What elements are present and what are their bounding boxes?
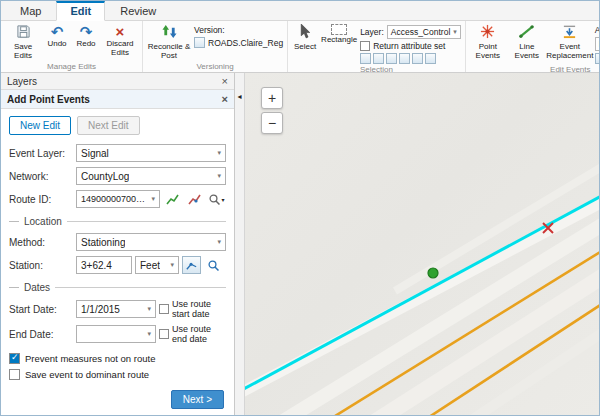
app-window: Map Edit Review Save Edits ↶ Undo ↷ Red xyxy=(0,0,600,416)
redo-button[interactable]: ↷ Redo xyxy=(72,22,100,61)
map-graphic xyxy=(245,73,599,415)
route-id-input[interactable]: 1490000070009M01 ▾ xyxy=(76,190,160,208)
version-value: ROADS.Claire_Reg xyxy=(208,38,283,48)
group-selection: Select Rectangle Layer: Access_Control ▾ xyxy=(288,21,466,72)
select-label: Select xyxy=(294,43,316,52)
chevron-down-icon: ▾ xyxy=(453,28,457,36)
event-layer-dropdown[interactable]: Signal ▾ xyxy=(76,144,226,162)
zoom-to-location-button[interactable] xyxy=(204,256,223,274)
prevent-measures-checkbox[interactable] xyxy=(9,353,20,364)
group-label-versioning: Versioning xyxy=(146,61,284,72)
group-label-manage-edits: Manage Edits xyxy=(4,61,139,72)
station-unit-value: Feet xyxy=(140,260,160,271)
select-route-on-map-button[interactable] xyxy=(185,190,204,208)
save-edits-button[interactable]: Save Edits xyxy=(4,22,42,61)
selection-tool-icon[interactable] xyxy=(386,53,397,64)
chevron-down-icon: ▾ xyxy=(217,149,221,157)
end-date-label: End Date: xyxy=(9,329,73,340)
group-edit-events: Point Events Line Events Event Replaceme… xyxy=(466,21,599,72)
zoom-out-button[interactable]: − xyxy=(261,112,283,134)
ribbon: Save Edits ↶ Undo ↷ Redo × Discard Edits… xyxy=(1,21,599,73)
event-layer-label: Event Layer: xyxy=(9,148,73,159)
event-replacement-button[interactable]: Event Replacement xyxy=(547,22,593,64)
layer-dropdown[interactable]: Access_Control ▾ xyxy=(387,25,461,39)
use-route-end-label: Use route end date xyxy=(172,324,226,344)
discard-edits-label: Discard Edits xyxy=(101,40,139,58)
save-dominant-checkbox[interactable] xyxy=(9,369,20,380)
station-value: 3+62.4 xyxy=(81,260,112,271)
attribute-set-dropdown[interactable]: Default ▾ xyxy=(595,37,599,51)
discard-edits-button[interactable]: × Discard Edits xyxy=(101,22,139,61)
start-date-label: Start Date: xyxy=(9,304,73,315)
selection-tool-icon[interactable] xyxy=(373,53,384,64)
collapse-panel-icon[interactable]: ◂ xyxy=(237,93,241,415)
undo-label: Undo xyxy=(47,40,66,49)
reconcile-post-button[interactable]: Reconcile & Post xyxy=(146,22,192,61)
event-tool-icon[interactable] xyxy=(595,53,599,64)
reconcile-post-label: Reconcile & Post xyxy=(146,43,192,61)
layers-pane-title: Layers xyxy=(7,76,37,87)
route-id-value: 1490000070009M01 xyxy=(81,194,148,204)
ribbon-tab-bar: Map Edit Review xyxy=(1,1,599,21)
panel-collapse-strip: ◂ xyxy=(235,73,245,415)
version-label: Version: xyxy=(194,25,225,35)
location-section-label: Location xyxy=(24,216,62,227)
pick-location-tool-button[interactable] xyxy=(182,256,201,274)
tab-review[interactable]: Review xyxy=(107,3,169,20)
next-edit-button[interactable]: Next Edit xyxy=(77,116,140,135)
network-dropdown[interactable]: CountyLog ▾ xyxy=(76,167,226,185)
line-events-label: Line Events xyxy=(508,43,546,61)
dates-section-label: Dates xyxy=(24,282,50,293)
version-column: Version: ROADS.Claire_Reg xyxy=(193,22,284,61)
chevron-down-icon: ▾ xyxy=(147,330,151,338)
group-manage-edits: Save Edits ↶ Undo ↷ Redo × Discard Edits… xyxy=(1,21,143,72)
zoom-in-button[interactable]: + xyxy=(261,87,283,109)
return-attribute-checkbox[interactable] xyxy=(360,41,370,51)
undo-button[interactable]: ↶ Undo xyxy=(43,22,71,61)
layer-value: Access_Control xyxy=(391,27,451,37)
close-icon[interactable] xyxy=(222,94,228,105)
rectangle-icon xyxy=(331,24,347,35)
select-button[interactable]: Select xyxy=(291,22,319,64)
layers-pane-header: Layers xyxy=(1,73,234,90)
new-edit-button[interactable]: New Edit xyxy=(9,116,71,135)
return-attribute-row[interactable]: Return attribute set xyxy=(360,41,461,51)
end-date-input[interactable]: ▾ xyxy=(76,325,156,343)
map-view[interactable]: + − xyxy=(245,73,599,415)
save-icon xyxy=(16,24,31,42)
line-events-button[interactable]: Line Events xyxy=(508,22,546,64)
chevron-down-icon: ▾ xyxy=(217,238,221,246)
tab-map[interactable]: Map xyxy=(7,3,54,20)
network-value: CountyLog xyxy=(81,171,129,182)
point-events-button[interactable]: Point Events xyxy=(469,22,507,64)
version-icon xyxy=(194,37,205,48)
selection-tool-icon[interactable] xyxy=(399,53,410,64)
redo-label: Redo xyxy=(76,40,95,49)
zoom-controls: + − xyxy=(261,87,283,134)
route-id-label: Route ID: xyxy=(9,194,73,205)
start-date-input[interactable]: 1/1/2015 ▾ xyxy=(76,300,156,318)
select-route-tool-button[interactable] xyxy=(163,190,182,208)
close-icon[interactable] xyxy=(222,76,228,87)
rectangle-button[interactable]: Rectangle xyxy=(320,22,358,64)
method-dropdown[interactable]: Stationing ▾ xyxy=(76,233,226,251)
zoom-to-route-button[interactable]: ▾ xyxy=(207,190,226,208)
layer-label: Layer: xyxy=(360,27,384,37)
chevron-down-icon: ▾ xyxy=(170,261,174,269)
use-route-start-checkbox[interactable] xyxy=(159,304,169,314)
version-value-row[interactable]: ROADS.Claire_Reg xyxy=(194,37,283,48)
station-input[interactable]: 3+62.4 xyxy=(76,256,132,274)
next-button[interactable]: Next > xyxy=(171,390,224,409)
selection-tool-icon[interactable] xyxy=(360,53,371,64)
tab-edit[interactable]: Edit xyxy=(56,1,105,21)
add-point-events-panel: New Edit Next Edit Event Layer: Signal ▾… xyxy=(1,109,234,415)
use-route-start-label: Use route start date xyxy=(172,299,226,319)
point-events-label: Point Events xyxy=(469,43,507,61)
group-label-edit-events: Edit Events xyxy=(469,64,599,73)
use-route-end-checkbox[interactable] xyxy=(159,329,169,339)
discard-icon: × xyxy=(116,24,125,39)
attribute-set-label-row: Attribute Set: xyxy=(595,25,599,35)
station-unit-dropdown[interactable]: Feet ▾ xyxy=(135,256,179,274)
selection-tool-icon[interactable] xyxy=(425,53,436,64)
selection-tool-icon[interactable] xyxy=(412,53,423,64)
